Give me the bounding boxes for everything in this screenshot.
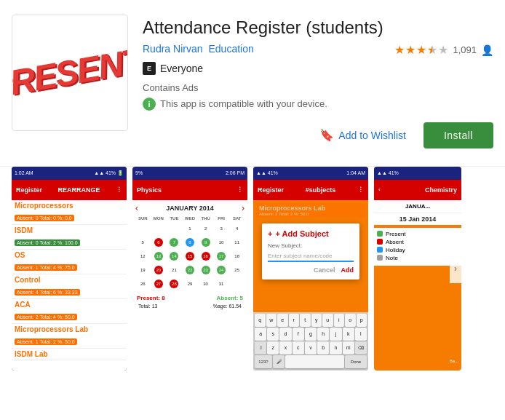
ss3-time: 1:04 AM	[346, 170, 365, 175]
key-m[interactable]: m	[343, 341, 354, 354]
subject-isdm-lab: ISDM Lab	[12, 349, 127, 360]
cancel-button[interactable]: Cancel	[314, 266, 335, 274]
key-v[interactable]: v	[305, 341, 317, 354]
subject-os: OS Absent: 1 Total: 4 %: 75.0	[12, 250, 127, 274]
key-123[interactable]: 123?	[255, 355, 272, 368]
cal-day-5: 5	[135, 236, 151, 249]
key-u[interactable]: u	[322, 314, 333, 327]
add-button[interactable]: Add	[341, 266, 354, 274]
cal-empty	[151, 222, 167, 235]
key-h[interactable]: h	[317, 328, 329, 341]
key-k[interactable]: k	[343, 328, 354, 341]
key-a[interactable]: a	[255, 328, 266, 341]
keyboard-row-2: a s d f g h j k l	[253, 328, 368, 341]
present-dot	[377, 231, 383, 237]
contains-ads: Contains Ads	[143, 82, 493, 93]
key-c[interactable]: c	[293, 341, 304, 354]
action-buttons: 🔖 Add to Wishlist Install	[143, 122, 493, 148]
developer-name[interactable]: Rudra Nirvan	[143, 43, 202, 55]
star-2: ★	[405, 43, 415, 57]
subject-control: Control Absent: 4 Total: 6 %: 33.33	[12, 274, 127, 299]
cal-day-17: 17	[214, 250, 229, 263]
key-p[interactable]: p	[357, 314, 367, 327]
app-meta-row: Rudra Nirvan Education	[143, 43, 254, 55]
ss4-titlebar: ‹ Chemistry	[374, 180, 461, 200]
new-subject-label: New Subject:	[268, 242, 354, 249]
ss2-titlebar: Physics ⋮	[132, 180, 247, 200]
key-shift[interactable]: ⇧	[255, 341, 266, 354]
key-done[interactable]: Done	[345, 355, 367, 368]
ss1-signal: ▲▲ 41% 🔋	[94, 170, 124, 176]
cal-day-8: 8	[183, 236, 198, 249]
app-info: Attendance Register (students) Rudra Nir…	[143, 15, 493, 148]
key-r[interactable]: r	[289, 314, 300, 327]
cal-day-12: 12	[135, 250, 151, 263]
cal-day-30: 30	[198, 277, 213, 290]
key-j[interactable]: j	[330, 328, 341, 341]
legend-note-label: Note	[386, 255, 398, 261]
ss1-time: 1:02 AM	[15, 170, 33, 175]
key-mic[interactable]: 🎤	[273, 355, 285, 368]
keyboard-row-3: ⇧ z x c v b n m ⌫	[253, 341, 368, 354]
content-rating-row: E Everyone	[143, 62, 493, 75]
cal-prev[interactable]: ‹	[135, 203, 138, 213]
key-q[interactable]: q	[255, 314, 266, 327]
key-space[interactable]	[285, 355, 344, 368]
star-3: ★	[416, 43, 426, 57]
ss4-total: Ba...	[447, 357, 461, 365]
absent-dot	[377, 239, 383, 245]
cal-day-11: 11	[229, 236, 244, 249]
ss4-nav: ‹	[378, 186, 381, 193]
ss1-content: Microprocessors Absent: 0 Total: 0 %: 0.…	[12, 200, 127, 371]
screenshots-section: 1:02 AM ▲▲ 41% 🔋 Register REARRANGE ⋮ Mi…	[0, 166, 505, 371]
key-t[interactable]: t	[300, 314, 311, 327]
screenshot-attendance-list: 1:02 AM ▲▲ 41% 🔋 Register REARRANGE ⋮ Mi…	[12, 167, 127, 371]
legend-holiday-label: Holiday	[386, 247, 405, 253]
cal-percentage: %age: 61.54	[212, 304, 243, 309]
key-n[interactable]: n	[330, 341, 341, 354]
legend-present-label: Present	[386, 231, 406, 237]
subject-input[interactable]: Enter subject name/code	[268, 251, 354, 262]
cal-day-10: 10	[214, 236, 229, 249]
key-x[interactable]: x	[279, 341, 291, 354]
ss2-title: Physics	[137, 186, 162, 194]
wishlist-button[interactable]: 🔖 Add to Wishlist	[311, 122, 415, 148]
key-s[interactable]: s	[267, 328, 279, 341]
key-d[interactable]: d	[279, 328, 291, 341]
esrb-badge: E	[143, 62, 156, 75]
cal-day-27: 27	[151, 277, 167, 290]
category-name[interactable]: Education	[208, 43, 253, 55]
cal-day-9: 9	[198, 236, 213, 249]
key-o[interactable]: o	[345, 314, 356, 327]
key-g[interactable]: g	[305, 328, 317, 341]
cal-empty	[135, 222, 151, 235]
legend-holiday: Holiday	[377, 247, 458, 253]
key-f[interactable]: f	[293, 328, 304, 341]
cal-day-1: 1	[183, 222, 198, 235]
ss4-title: Chemistry	[425, 186, 457, 194]
key-l[interactable]: l	[355, 328, 367, 341]
key-backspace[interactable]: ⌫	[355, 341, 367, 354]
cal-empty	[167, 222, 182, 235]
cal-day-14: 14	[167, 250, 182, 263]
key-w[interactable]: w	[266, 314, 277, 327]
ss3-subtitle: #subjects	[306, 186, 336, 194]
install-button[interactable]: Install	[424, 122, 493, 148]
nav-arrow-right[interactable]: ›	[450, 254, 461, 283]
star-rating: ★ ★ ★ ★ ★	[394, 43, 448, 57]
cal-day-4: 4	[229, 222, 244, 235]
wishlist-label: Add to Wishlist	[338, 130, 406, 141]
key-b[interactable]: b	[317, 341, 329, 354]
cal-day-31: 31	[214, 277, 229, 290]
ss2-menu: ⋮	[236, 186, 243, 194]
cal-day-26: 26	[135, 277, 151, 290]
key-e[interactable]: e	[277, 314, 288, 327]
ss1-statusbar: 1:02 AM ▲▲ 41% 🔋	[12, 167, 127, 180]
cal-summary: Present: 8 Absent: 5	[135, 295, 244, 301]
ss3-menu: ⋮	[357, 186, 364, 194]
key-i[interactable]: i	[334, 314, 345, 327]
key-z[interactable]: z	[267, 341, 279, 354]
present-count: Present: 8	[137, 295, 165, 301]
key-y[interactable]: y	[311, 314, 322, 327]
cal-next[interactable]: ›	[242, 203, 244, 213]
